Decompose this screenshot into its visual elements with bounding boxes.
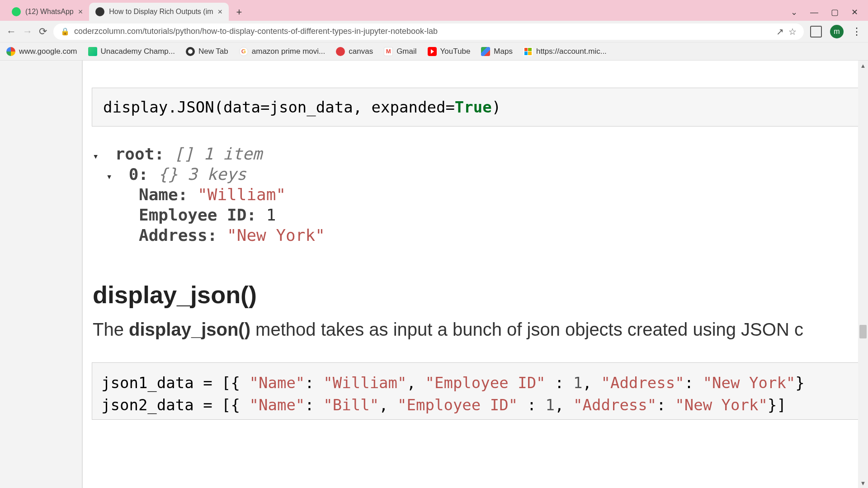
back-button[interactable]: ← (6, 26, 16, 38)
description-paragraph: The display_json() method takes as input… (93, 319, 868, 340)
minimize-button[interactable]: — (810, 8, 818, 17)
close-window-button[interactable]: ✕ (851, 7, 858, 17)
tree-value: 1 (266, 206, 276, 224)
bookmark-microsoft[interactable]: https://account.mic... (524, 47, 607, 56)
google-icon (239, 47, 248, 56)
bookmark-gmail[interactable]: Gmail (384, 47, 416, 56)
tree-key: Name: (139, 185, 188, 204)
main-content: display.JSON(data=json_data, expanded=Tr… (83, 61, 868, 488)
tree-key: Employee ID: (139, 206, 256, 224)
bookmark-label: https://account.mic... (536, 47, 607, 56)
bookmarks-bar: www.google.com Unacademy Champ... New Ta… (0, 42, 868, 61)
code-text: display.JSON(data=json_data, expanded= (103, 98, 455, 116)
scroll-thumb[interactable] (859, 325, 867, 338)
tree-row-address: Address: "New York" (139, 226, 868, 244)
tabs-dropdown-icon[interactable]: ⌄ (791, 7, 797, 17)
paragraph-bold: display_json() (129, 319, 250, 339)
code-text: ) (492, 98, 501, 116)
google-icon (6, 47, 15, 56)
site-icon (95, 7, 104, 16)
collapse-icon[interactable]: ▾ (106, 171, 119, 182)
url-box[interactable]: 🔒 coderzcolumn.com/tutorials/python/how-… (53, 23, 804, 40)
close-icon[interactable]: × (78, 7, 83, 17)
bookmark-maps[interactable]: Maps (481, 47, 513, 56)
code-block-json-data[interactable]: json1_data = [{ "Name": "William", "Empl… (92, 362, 868, 420)
canvas-icon (336, 47, 345, 56)
bookmark-canvas[interactable]: canvas (336, 47, 373, 56)
reload-button[interactable]: ⟳ (39, 26, 47, 38)
lock-icon[interactable]: 🔒 (61, 27, 70, 36)
unacademy-icon (88, 47, 97, 56)
vertical-scrollbar[interactable]: ▲ ▼ (858, 61, 868, 488)
window-controls: ⌄ — ▢ ✕ (791, 7, 868, 21)
microsoft-icon (524, 47, 533, 56)
tree-key: 0: (129, 165, 148, 183)
bookmark-label: YouTube (440, 47, 471, 56)
forward-button[interactable]: → (23, 26, 33, 38)
bookmark-star-icon[interactable]: ☆ (788, 26, 797, 37)
tree-meta: [] 1 item (174, 145, 262, 163)
code-keyword: True (455, 98, 492, 116)
tree-key: Address: (139, 226, 217, 244)
bookmark-label: Maps (494, 47, 513, 56)
side-panel-button[interactable] (810, 26, 822, 38)
browser-titlebar: (12) WhatsApp × How to Display Rich Outp… (0, 0, 868, 21)
toolbar-right: m ⋮ (810, 25, 862, 38)
section-heading: display_json() (93, 281, 868, 309)
scroll-down-icon[interactable]: ▼ (858, 478, 868, 488)
youtube-icon (428, 47, 437, 56)
tabs-area: (12) WhatsApp × How to Display Rich Outp… (5, 3, 791, 21)
tree-value: "William" (198, 185, 286, 204)
maximize-button[interactable]: ▢ (831, 7, 839, 17)
bookmark-label: Gmail (396, 47, 416, 56)
code-line: json2_data = [{ "Name": "Bill", "Employe… (101, 394, 859, 416)
bookmark-youtube[interactable]: YouTube (428, 47, 471, 56)
tab-title: How to Display Rich Outputs (im (109, 8, 213, 16)
tree-meta: {} 3 keys (158, 165, 246, 183)
code-block-json[interactable]: display.JSON(data=json_data, expanded=Tr… (92, 88, 868, 127)
tab-whatsapp[interactable]: (12) WhatsApp × (5, 3, 89, 21)
bookmark-label: www.google.com (19, 47, 77, 56)
new-tab-button[interactable]: + (231, 5, 247, 20)
menu-button[interactable]: ⋮ (852, 26, 862, 38)
newtab-icon (186, 47, 195, 56)
bookmark-unacademy[interactable]: Unacademy Champ... (88, 47, 175, 56)
tab-title: (12) WhatsApp (25, 8, 74, 16)
bookmark-label: New Tab (198, 47, 228, 56)
url-text: coderzcolumn.com/tutorials/python/how-to… (74, 27, 772, 36)
maps-icon (481, 47, 490, 56)
tree-row-0[interactable]: ▾ 0: {} 3 keys (106, 165, 868, 183)
whatsapp-icon (12, 7, 21, 16)
profile-avatar[interactable]: m (830, 25, 844, 38)
tree-row-root[interactable]: ▾ root: [] 1 item (93, 145, 868, 163)
code-line: json1_data = [{ "Name": "William", "Empl… (101, 372, 859, 394)
scroll-up-icon[interactable]: ▲ (858, 61, 868, 70)
paragraph-text: method takes as input a bunch of json ob… (250, 319, 803, 339)
address-bar: ← → ⟳ 🔒 coderzcolumn.com/tutorials/pytho… (0, 21, 868, 42)
bookmark-label: Unacademy Champ... (101, 47, 175, 56)
tree-value: "New York" (227, 226, 325, 244)
bookmark-google[interactable]: www.google.com (6, 47, 77, 56)
close-icon[interactable]: × (218, 7, 223, 17)
tree-row-name: Name: "William" (139, 185, 868, 204)
collapse-icon[interactable]: ▾ (93, 150, 105, 162)
bookmark-label: canvas (349, 47, 373, 56)
page-area: display.JSON(data=json_data, expanded=Tr… (0, 61, 868, 488)
gmail-icon (384, 47, 393, 56)
bookmark-label: amazon prime movi... (252, 47, 326, 56)
tree-row-empid: Employee ID: 1 (139, 206, 868, 224)
tab-coderzcolumn[interactable]: How to Display Rich Outputs (im × (89, 3, 229, 21)
bookmark-amazon[interactable]: amazon prime movi... (239, 47, 326, 56)
share-icon[interactable]: ↗ (776, 26, 784, 37)
paragraph-text: The (93, 319, 129, 339)
left-gutter (0, 61, 83, 488)
tree-key: root: (115, 145, 164, 163)
bookmark-newtab[interactable]: New Tab (186, 47, 228, 56)
json-tree-output: ▾ root: [] 1 item ▾ 0: {} 3 keys Name: "… (93, 145, 868, 244)
